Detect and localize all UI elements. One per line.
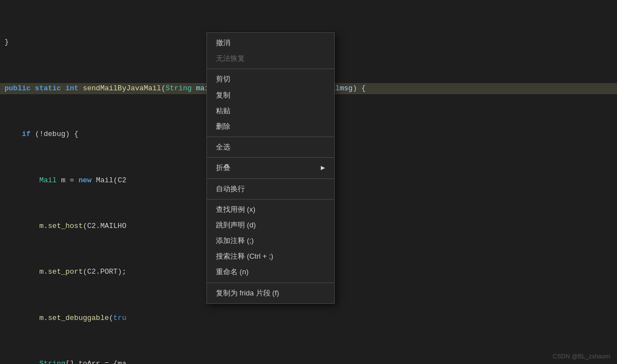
menu-item-label: 无法恢复 <box>216 54 245 64</box>
code-token: m.set_debuggable <box>39 313 109 324</box>
code-token <box>4 175 39 186</box>
menu-divider <box>207 137 334 137</box>
code-token: m.set_host <box>39 221 83 232</box>
code-line: m.set_debuggable(tru <box>0 313 617 324</box>
watermark: CSDN @BL_zshaom <box>553 353 610 360</box>
code-token: Mail <box>39 175 56 186</box>
code-token: String <box>39 358 65 364</box>
code-line: String[] toArr = {ma <box>0 358 617 364</box>
code-token: } <box>4 37 9 48</box>
menu-item-rename[interactable]: 重命名 (n) <box>207 264 334 280</box>
watermark-text: CSDN @BL_zshaom <box>553 353 610 360</box>
menu-item-label: 自动换行 <box>216 184 245 194</box>
code-token: (C2.PORT); <box>83 266 126 278</box>
menu-divider <box>207 157 334 158</box>
chevron-right-icon: ▶ <box>321 164 325 172</box>
code-token <box>4 129 22 140</box>
code-token: if <box>22 129 31 140</box>
menu-item-label: 撤消 <box>216 38 230 48</box>
code-token <box>4 266 39 278</box>
code-token: int <box>65 83 83 94</box>
menu-item-add-comment[interactable]: 添加注释 (;) <box>207 233 334 249</box>
menu-item-cut[interactable]: 剪切 <box>207 71 334 87</box>
code-token: Mail(C2 <box>96 175 127 186</box>
code-token <box>4 358 39 364</box>
menu-item-label: 粘贴 <box>216 106 230 116</box>
context-menu: 撤消 无法恢复 剪切 复制 粘贴 删除 全选 折叠 ▶ 自动换行 <box>206 32 335 304</box>
menu-item-search-comment[interactable]: 搜索注释 (Ctrl + ;) <box>207 249 334 264</box>
menu-divider <box>207 178 334 179</box>
code-token: ( <box>161 83 166 94</box>
code-token: m = <box>57 175 79 186</box>
menu-item-paste[interactable]: 粘贴 <box>207 103 334 119</box>
menu-item-label: 复制 <box>216 90 230 100</box>
menu-item-copy[interactable]: 复制 <box>207 88 334 103</box>
code-token <box>4 221 39 232</box>
menu-item-label: 添加注释 (;) <box>216 236 254 246</box>
menu-divider <box>207 283 334 283</box>
menu-item-delete[interactable]: 删除 <box>207 119 334 134</box>
menu-item-label: 复制为 frida 片段 (f) <box>216 288 279 298</box>
code-editor: } public static int sendMailByJavaMail(S… <box>0 0 617 364</box>
code-token: String <box>166 83 196 94</box>
menu-item-label: 剪切 <box>216 74 230 84</box>
menu-item-label: 折叠 <box>216 163 230 173</box>
menu-item-label: 全选 <box>216 142 230 152</box>
code-token: (C2.MAILHO <box>83 221 126 232</box>
code-token: [] toArr = {ma <box>65 358 126 364</box>
code-token: sendMailByJavaMail <box>83 83 161 94</box>
menu-item-label: 查找用例 (x) <box>216 205 256 215</box>
code-token <box>4 313 39 324</box>
menu-divider <box>207 199 334 200</box>
code-token: ( <box>109 313 113 324</box>
menu-item-label: 跳到声明 (d) <box>216 220 256 230</box>
code-token: static <box>35 83 66 94</box>
menu-item-redo: 无法恢复 <box>207 51 334 66</box>
menu-item-label: 删除 <box>216 122 230 132</box>
code-token: (!debug) { <box>31 129 79 140</box>
code-token: new <box>79 175 96 186</box>
menu-item-goto-declaration[interactable]: 跳到声明 (d) <box>207 217 334 233</box>
menu-item-find-usage[interactable]: 查找用例 (x) <box>207 202 334 217</box>
menu-item-label: 搜索注释 (Ctrl + ;) <box>216 251 273 261</box>
menu-item-label: 重命名 (n) <box>216 267 249 277</box>
menu-divider <box>207 69 334 69</box>
menu-item-undo[interactable]: 撤消 <box>207 35 334 51</box>
code-token: m.set_port <box>39 266 83 278</box>
code-token: tru <box>113 313 126 324</box>
menu-item-word-wrap[interactable]: 自动换行 <box>207 181 334 197</box>
code-token: public <box>4 83 35 94</box>
menu-item-fold[interactable]: 折叠 ▶ <box>207 160 334 176</box>
menu-item-copy-frida[interactable]: 复制为 frida 片段 (f) <box>207 285 334 301</box>
menu-item-select-all[interactable]: 全选 <box>207 139 334 155</box>
